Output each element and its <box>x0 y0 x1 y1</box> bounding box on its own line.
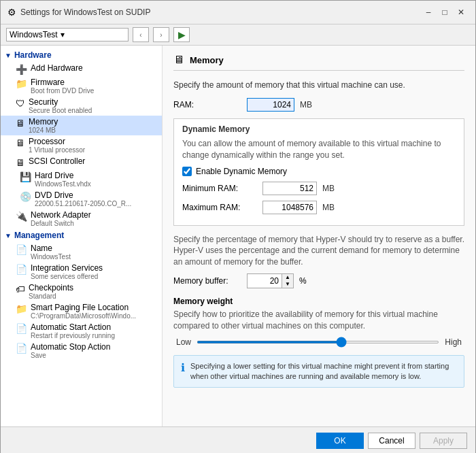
panel-icon: 🖥 <box>173 54 184 66</box>
buffer-unit: % <box>299 276 307 286</box>
sidebar-item-processor[interactable]: 🖥 Processor 1 Virtual processor <box>1 135 162 155</box>
enable-dynamic-memory-row: Enable Dynamic Memory <box>182 167 456 176</box>
close-button[interactable]: ✕ <box>454 5 469 20</box>
dvd-icon: 💿 <box>20 191 31 202</box>
dynamic-memory-section: Dynamic Memory You can allow the amount … <box>173 118 464 226</box>
security-sub: Secure Boot enabled <box>29 107 92 114</box>
max-ram-row: Maximum RAM: MB <box>182 201 456 214</box>
hard-drive-sub: WindowsTest.vhdx <box>35 180 91 188</box>
processor-sub: 1 Virtual processor <box>29 146 85 154</box>
management-section-header[interactable]: ▼ Management <box>1 229 162 242</box>
info-box: ℹ Specifying a lower setting for this vi… <box>173 355 464 388</box>
security-label: Security <box>29 97 92 107</box>
sidebar-item-stop-action[interactable]: 📄 Automatic Stop Action Save <box>1 341 162 360</box>
start-action-label: Automatic Start Action <box>31 322 115 332</box>
sidebar-item-dvd-drive[interactable]: 💿 DVD Drive 22000.51.210617-2050.CO_R... <box>1 189 162 209</box>
firmware-sub: Boot from DVD Drive <box>31 87 94 95</box>
info-icon: ℹ <box>181 361 185 382</box>
buffer-input[interactable] <box>248 275 282 287</box>
sidebar-item-integration[interactable]: 📄 Integration Services Some services off… <box>1 262 162 282</box>
memory-sub: 1024 MB <box>29 127 58 134</box>
memory-weight-slider[interactable] <box>197 341 439 343</box>
sidebar-item-name[interactable]: 📄 Name WindowsTest <box>1 242 162 262</box>
checkpoints-icon: 🏷 <box>16 284 25 295</box>
firmware-icon: 📁 <box>16 78 27 89</box>
hardware-section-header[interactable]: ▼ Hardware <box>1 48 162 62</box>
integration-icon: 📄 <box>16 264 27 275</box>
buffer-up-button[interactable]: ▲ <box>282 274 293 281</box>
sidebar-item-checkpoints[interactable]: 🏷 Checkpoints Standard <box>1 282 162 301</box>
integration-label: Integration Services <box>31 263 103 273</box>
ram-field-row: RAM: MB <box>173 98 464 112</box>
min-ram-input[interactable] <box>262 182 317 195</box>
sidebar-item-memory[interactable]: 🖥 Memory 1024 MB <box>1 116 162 135</box>
stop-action-sub: Save <box>31 352 110 359</box>
back-button[interactable]: ‹ <box>133 27 149 42</box>
ok-button[interactable]: OK <box>316 433 364 449</box>
content-area: ▼ Hardware ➕ Add Hardware 📁 Firmware Boo… <box>1 46 475 426</box>
management-section-label: Management <box>14 231 64 240</box>
maximize-button[interactable]: □ <box>437 5 452 20</box>
stop-action-icon: 📄 <box>16 343 27 354</box>
scsi-label: SCSI Controller <box>29 156 85 166</box>
hard-drive-label: Hard Drive <box>35 171 91 180</box>
sidebar-item-security[interactable]: 🛡 Security Secure Boot enabled <box>1 96 162 116</box>
dvd-label: DVD Drive <box>35 190 131 200</box>
sidebar-item-add-hardware[interactable]: ➕ Add Hardware <box>1 62 162 76</box>
dvd-sub: 22000.51.210617-2050.CO_R... <box>35 200 131 207</box>
network-sub: Default Switch <box>31 220 91 227</box>
sidebar-item-hard-drive[interactable]: 💾 Hard Drive WindowsTest.vhdx <box>1 169 162 189</box>
play-button[interactable]: ▶ <box>173 27 190 42</box>
name-sub: WindowsTest <box>31 253 71 261</box>
title-bar-left: ⚙ Settings for WindowsTest on SUDIP <box>7 7 150 18</box>
management-chevron: ▼ <box>5 232 12 239</box>
processor-label: Processor <box>29 137 85 146</box>
main-panel-wrap: 🖥 Memory Specify the amount of memory th… <box>163 46 475 426</box>
paging-icon: 📁 <box>16 303 27 314</box>
window-icon: ⚙ <box>7 7 16 18</box>
hard-drive-icon: 💾 <box>20 171 31 182</box>
sidebar-item-network[interactable]: 🔌 Network Adapter Default Switch <box>1 209 162 229</box>
toolbar: WindowsTest ▾ ‹ › ▶ <box>1 24 475 46</box>
min-ram-label: Minimum RAM: <box>182 184 257 193</box>
slider-wrap: Low High <box>173 337 464 347</box>
ram-input[interactable] <box>247 98 294 112</box>
vm-selector-label: WindowsTest <box>10 30 58 39</box>
sidebar-item-firmware[interactable]: 📁 Firmware Boot from DVD Drive <box>1 76 162 96</box>
sidebar-item-scsi-controller[interactable]: 🖥 SCSI Controller <box>1 155 162 169</box>
name-label: Name <box>31 244 71 253</box>
max-ram-input[interactable] <box>262 201 317 214</box>
checkpoints-label: Checkpoints <box>29 283 73 292</box>
network-label: Network Adapter <box>31 210 91 220</box>
forward-button[interactable]: › <box>153 27 169 42</box>
minimize-button[interactable]: – <box>421 5 436 20</box>
stop-action-label: Automatic Stop Action <box>31 342 110 352</box>
min-ram-row: Minimum RAM: MB <box>182 182 456 195</box>
memory-label: Memory <box>29 117 58 127</box>
apply-button[interactable]: Apply <box>420 433 467 449</box>
enable-dynamic-memory-checkbox[interactable] <box>182 167 192 176</box>
weight-title: Memory weight <box>173 297 464 306</box>
processor-icon: 🖥 <box>16 137 25 148</box>
sidebar-item-start-action[interactable]: 📄 Automatic Start Action Restart if prev… <box>1 321 162 341</box>
buffer-down-button[interactable]: ▼ <box>282 281 293 288</box>
ram-label: RAM: <box>173 100 241 110</box>
buffer-section: Specify the percentage of memory that Hy… <box>173 234 464 288</box>
buffer-row: Memory buffer: ▲ ▼ % <box>173 273 464 288</box>
cancel-button[interactable]: Cancel <box>368 433 415 449</box>
vm-selector[interactable]: WindowsTest ▾ <box>6 28 129 41</box>
min-ram-unit: MB <box>322 184 335 193</box>
security-icon: 🛡 <box>16 98 25 109</box>
max-ram-label: Maximum RAM: <box>182 203 257 212</box>
sidebar-item-paging[interactable]: 📁 Smart Paging File Location C:\ProgramD… <box>1 301 162 321</box>
buffer-description: Specify the percentage of memory that Hy… <box>173 234 464 268</box>
panel-description: Specify the amount of memory that this v… <box>173 80 464 90</box>
window-title: Settings for WindowsTest on SUDIP <box>20 7 150 17</box>
settings-window: ⚙ Settings for WindowsTest on SUDIP – □ … <box>0 0 476 453</box>
paging-label: Smart Paging File Location <box>31 303 136 312</box>
enable-dynamic-memory-label: Enable Dynamic Memory <box>196 167 287 176</box>
info-text: Specifying a lower setting for this virt… <box>190 361 457 382</box>
hardware-chevron: ▼ <box>5 52 12 59</box>
name-icon: 📄 <box>16 244 27 255</box>
firmware-label: Firmware <box>31 78 94 87</box>
